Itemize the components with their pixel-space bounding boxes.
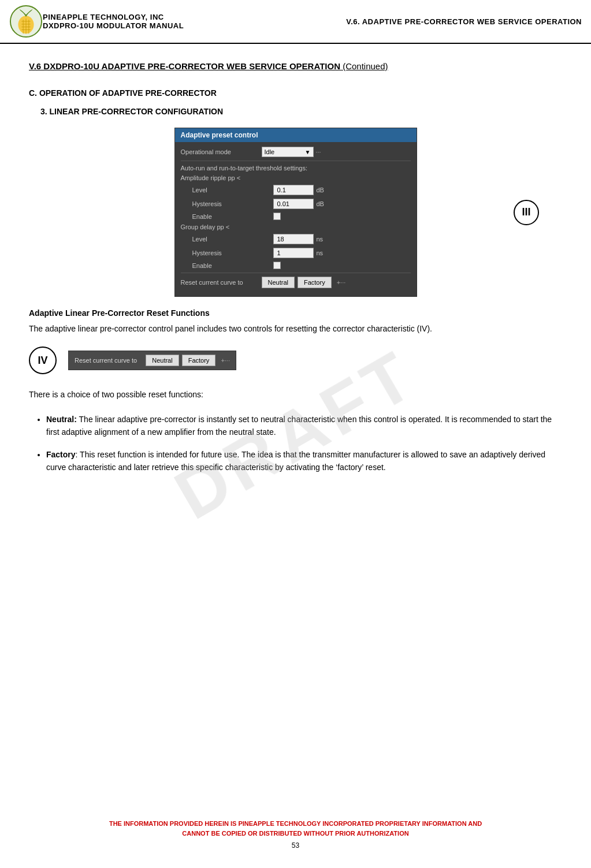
page-header: PINEAPPLE TECHNOLOGY, INC DXDPRO-10U MOD… <box>0 0 591 44</box>
cp-amplitude-enable-checkbox[interactable] <box>273 213 281 220</box>
choice-text: There is a choice of two possible reset … <box>29 388 562 401</box>
cp-dropdown-arrow: ▼ <box>305 149 311 155</box>
main-content: V.6 DXDPRO-10U ADAPTIVE PRE-CORRECTOR WE… <box>0 44 591 497</box>
sub-heading: 3. LINEAR PRE-CORRECTOR CONFIGURATION <box>40 107 562 116</box>
iv-reset-label: Reset current curve to <box>75 357 137 364</box>
circle-label-iii: III <box>514 200 539 225</box>
bullet-neutral-text: The linear adaptive pre-corrector is ins… <box>46 415 552 437</box>
cp-amplitude-level-label: Level <box>192 187 273 193</box>
section-c-heading: C. OPERATION OF ADAPTIVE PRE-CORRECTOR <box>29 88 562 98</box>
cp-gd-enable-row: Enable <box>192 262 411 269</box>
bullet-factory-term: Factory <box>46 450 76 459</box>
control-panel-wrapper: Adaptive preset control Operational mode… <box>29 128 562 297</box>
iv-dots-menu[interactable]: +··· <box>221 357 230 364</box>
iv-reset-panel: Reset current curve to Neutral Factory +… <box>68 351 236 370</box>
cp-amplitude-hysteresis-unit: dB <box>317 200 324 207</box>
cp-group-delay-row: Group delay pp < <box>181 223 411 230</box>
cp-amplitude-hysteresis-value[interactable]: 0.01 <box>273 199 314 209</box>
cp-gd-hysteresis-value[interactable]: 1 <box>273 248 314 258</box>
footer-line2: CANNOT BE COPIED OR DISTRIBUTED WITHOUT … <box>12 829 579 839</box>
adaptive-reset-heading: Adaptive Linear Pre-Corrector Reset Func… <box>29 308 562 318</box>
cp-amplitude-level-value[interactable]: 0.1 <box>273 185 314 195</box>
cp-amplitude-label: Amplitude ripple pp < <box>181 174 262 181</box>
cp-autorun-label: Auto-run and run-to-target threshold set… <box>181 165 411 172</box>
cp-amplitude-enable-row: Enable <box>192 213 411 220</box>
cp-group-delay-label: Group delay pp < <box>181 223 262 230</box>
company-logo <box>9 5 43 38</box>
cp-op-mode-row: Operational mode Idle ▼ ··· <box>181 147 411 157</box>
adaptive-reset-body: The adaptive linear pre-corrector contro… <box>29 322 562 335</box>
circle-label-iv: IV <box>29 347 57 374</box>
cp-divider-2 <box>181 273 411 273</box>
cp-gd-hysteresis-row: Hysteresis 1 ns <box>192 248 411 258</box>
cp-neutral-button[interactable]: Neutral <box>262 277 295 288</box>
cp-divider-1 <box>181 161 411 161</box>
cp-gd-hysteresis-unit: ns <box>317 249 324 256</box>
cp-gd-level-label: Level <box>192 236 273 243</box>
page-number: 53 <box>12 840 579 851</box>
cp-amplitude-enable-label: Enable <box>192 213 273 220</box>
cp-amplitude-row: Amplitude ripple pp < <box>181 174 411 181</box>
cp-gd-hysteresis-label: Hysteresis <box>192 249 273 256</box>
cp-amplitude-hysteresis-row: Hysteresis 0.01 dB <box>192 199 411 209</box>
footer: THE INFORMATION PROVIDED HEREIN IS PINEA… <box>0 819 591 851</box>
adaptive-preset-control-panel: Adaptive preset control Operational mode… <box>174 128 417 297</box>
cp-reset-row: Reset current curve to Neutral Factory +… <box>181 277 411 288</box>
cp-dots-menu-2[interactable]: +··· <box>337 279 346 286</box>
cp-dots-menu-1[interactable]: ··· <box>316 148 321 155</box>
cp-reset-label: Reset current curve to <box>181 279 262 286</box>
iv-wrapper: IV Reset current curve to Neutral Factor… <box>29 347 562 374</box>
page-title: V.6 DXDPRO-10U ADAPTIVE PRE-CORRECTOR WE… <box>29 61 562 71</box>
cp-amplitude-level-unit: dB <box>317 187 324 193</box>
cp-gd-enable-label: Enable <box>192 262 273 269</box>
cp-body: Operational mode Idle ▼ ··· Auto-run and… <box>175 142 417 296</box>
bullet-neutral-term: Neutral: <box>46 415 77 424</box>
cp-title: Adaptive preset control <box>175 128 417 142</box>
cp-amplitude-hysteresis-label: Hysteresis <box>192 200 273 207</box>
bullet-list: Neutral: The linear adaptive pre-correct… <box>46 413 562 474</box>
cp-op-mode-dropdown[interactable]: Idle ▼ <box>262 147 314 157</box>
cp-gd-level-row: Level 18 ns <box>192 234 411 244</box>
bullet-neutral: Neutral: The linear adaptive pre-correct… <box>46 413 562 439</box>
continued-label: (Continued) <box>343 61 388 71</box>
cp-op-mode-value: Idle <box>265 148 275 155</box>
iv-neutral-button[interactable]: Neutral <box>146 355 179 366</box>
section-title: V.6. ADAPTIVE PRE-CORRECTOR WEB SERVICE … <box>346 17 582 26</box>
bullet-factory: Factory: This reset function is intended… <box>46 448 562 474</box>
cp-gd-level-value[interactable]: 18 <box>273 234 314 244</box>
cp-amplitude-level-row: Level 0.1 dB <box>192 185 411 195</box>
cp-op-mode-label: Operational mode <box>181 148 262 155</box>
cp-gd-enable-checkbox[interactable] <box>273 262 281 269</box>
footer-line1: THE INFORMATION PROVIDED HEREIN IS PINEA… <box>12 819 579 829</box>
page-title-main: V.6 DXDPRO-10U ADAPTIVE PRE-CORRECTOR WE… <box>29 61 340 71</box>
iv-factory-button[interactable]: Factory <box>182 355 216 366</box>
bullet-factory-text: : This reset function is intended for fu… <box>46 450 545 472</box>
cp-gd-level-unit: ns <box>317 236 324 243</box>
cp-factory-button[interactable]: Factory <box>298 277 332 288</box>
